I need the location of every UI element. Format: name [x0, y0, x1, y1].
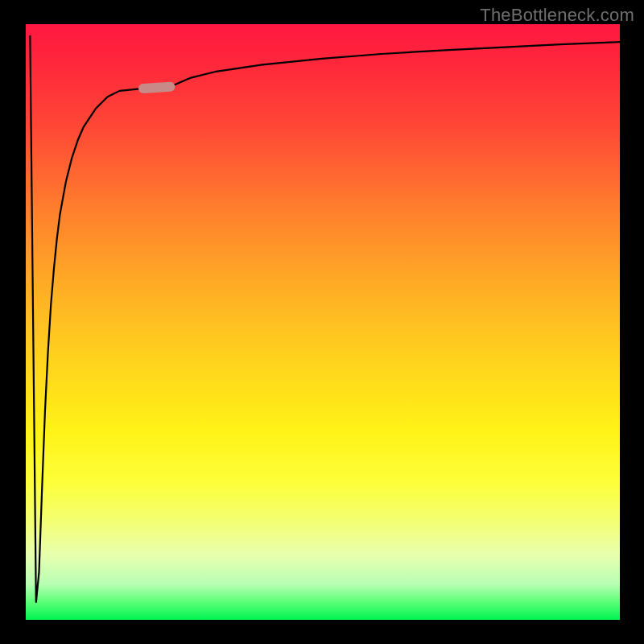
attribution-text: TheBottleneck.com [480, 5, 634, 26]
chart-svg [24, 24, 620, 620]
chart-plot-area [24, 24, 620, 620]
highlight-segment [143, 87, 170, 89]
x-axis [24, 620, 620, 621]
y-axis [24, 24, 26, 620]
chart-stage: TheBottleneck.com [0, 0, 644, 644]
bottleneck-curve [30, 36, 620, 602]
